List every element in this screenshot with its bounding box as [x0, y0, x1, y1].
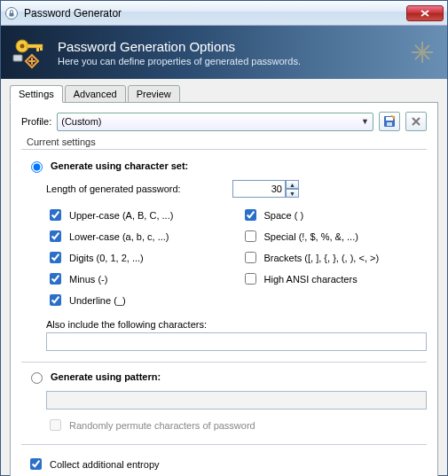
also-include-label: Also include the following characters: [46, 319, 427, 330]
tab-strip: Settings Advanced Preview [10, 85, 438, 103]
tab-settings[interactable]: Settings [10, 85, 63, 103]
chk-highansi-label: High ANSI characters [264, 274, 358, 285]
svg-rect-10 [387, 122, 392, 126]
chk-minus-label: Minus (-) [69, 274, 107, 285]
length-spinner: ▲ ▼ [232, 180, 299, 198]
tab-preview[interactable]: Preview [128, 85, 180, 103]
header-deco-icon [408, 38, 436, 70]
chk-underline[interactable] [50, 294, 61, 306]
svg-rect-6 [40, 48, 43, 51]
chk-space[interactable] [245, 209, 256, 221]
tab-panel-settings: Profile: (Custom) ▼ Current settings Gen… [10, 102, 438, 476]
chk-upper-label: Upper-case (A, B, C, ...) [69, 210, 173, 221]
close-button[interactable] [406, 5, 444, 21]
chk-space-label: Space ( ) [264, 210, 304, 221]
spinner-up[interactable]: ▲ [286, 180, 299, 189]
svg-rect-7 [13, 55, 22, 61]
chk-upper[interactable] [50, 209, 61, 221]
chk-digits-label: Digits (0, 1, 2, ...) [69, 253, 144, 263]
chk-brackets-label: Brackets ([, ], {, }, (, ), <, >) [264, 253, 380, 263]
header-banner: Password Generation Options Here you can… [1, 26, 447, 79]
chk-special[interactable] [245, 230, 256, 242]
chk-minus[interactable] [50, 273, 61, 285]
current-settings-label: Current settings [27, 137, 427, 147]
svg-point-3 [20, 44, 25, 49]
svg-rect-9 [386, 117, 393, 121]
header-subtitle: Here you can define properties of genera… [58, 56, 301, 66]
length-label: Length of generated password: [46, 183, 224, 194]
profile-label: Profile: [21, 116, 51, 127]
radio-pattern[interactable] [31, 372, 43, 384]
svg-rect-5 [36, 48, 39, 51]
profile-value: (Custom) [61, 116, 101, 127]
delete-profile-button[interactable] [405, 112, 427, 131]
tab-advanced[interactable]: Advanced [65, 85, 126, 103]
svg-rect-1 [10, 12, 14, 16]
svg-rect-4 [27, 44, 43, 48]
chk-brackets[interactable] [245, 252, 256, 263]
also-include-input[interactable] [46, 332, 427, 351]
save-profile-button[interactable] [379, 112, 400, 131]
window: Password Generator Password Generation O… [0, 0, 448, 476]
header-title: Password Generation Options [58, 39, 301, 54]
chk-special-label: Special (!, $, %, &, ...) [264, 231, 358, 242]
chk-permute [50, 419, 61, 431]
key-icon [12, 34, 49, 71]
spinner-down[interactable]: ▼ [286, 189, 299, 198]
chk-collect-entropy[interactable] [30, 458, 42, 470]
chk-collect-entropy-label: Collect additional entropy [50, 459, 160, 470]
radio-charset[interactable] [31, 161, 43, 173]
pattern-input [46, 391, 427, 410]
chevron-down-icon: ▼ [361, 117, 369, 126]
chk-underline-label: Underline (_) [69, 295, 126, 306]
chk-permute-label: Randomly permute characters of password [69, 420, 255, 431]
length-input[interactable] [232, 180, 286, 198]
app-lock-icon [4, 6, 19, 20]
profile-dropdown[interactable]: (Custom) ▼ [57, 113, 373, 131]
titlebar: Password Generator [1, 1, 447, 26]
window-title: Password Generator [24, 7, 406, 20]
chk-lower-label: Lower-case (a, b, c, ...) [69, 231, 169, 242]
radio-charset-label: Generate using character set: [51, 160, 188, 171]
chk-digits[interactable] [50, 252, 61, 263]
radio-pattern-label: Generate using pattern: [51, 371, 161, 382]
chk-highansi[interactable] [245, 273, 256, 285]
chk-lower[interactable] [50, 230, 61, 242]
